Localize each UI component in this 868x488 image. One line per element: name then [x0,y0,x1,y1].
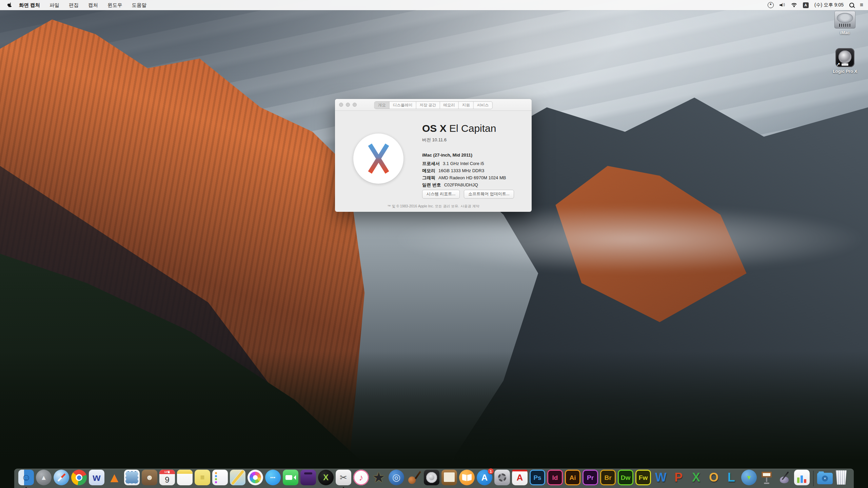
dock-calendar[interactable]: 12월9 [159,470,175,487]
stickies-icon: ≡ [195,470,210,485]
dock-toast-titanium[interactable] [300,470,316,487]
dock-vlc[interactable]: ▲ [106,470,122,487]
acrobat-reader-glyph: A [517,473,523,482]
os-title-light: El Capitan [447,123,496,134]
menubar-app-name[interactable]: 화면 캡처 [19,2,40,8]
about-button-1[interactable]: 소프트웨어 업데이트... [464,190,514,199]
excel-glyph: X [692,471,700,484]
about-tab-0[interactable]: 개요 [375,102,390,109]
close-button[interactable] [339,103,343,107]
about-tab-2[interactable]: 저장 공간 [416,102,440,109]
dock-messages[interactable]: ••• [265,470,281,487]
dock-outlook[interactable]: O [706,470,722,487]
dock-reminders[interactable] [212,470,228,487]
spec-label: 프로세서 [422,161,440,167]
apple-menu-icon[interactable] [7,2,12,8]
menubar-menu-1[interactable]: 편집 [69,2,79,8]
dock-ibooks[interactable] [459,470,475,487]
dock-acrobat-reader[interactable]: A [512,470,528,487]
dock-excel[interactable]: X [688,470,704,487]
dock-notes[interactable] [177,470,193,487]
dock-numbers[interactable] [794,470,810,487]
dock-maps[interactable] [230,470,245,487]
dock-garageband[interactable] [406,470,422,487]
indesign-glyph: Id [552,474,558,481]
minimize-button[interactable] [346,103,350,107]
zoom-button[interactable] [353,103,357,107]
dock-stickies[interactable]: ≡ [195,470,210,487]
dock-bridge[interactable]: Br [600,470,616,487]
chrome-icon [71,470,87,485]
wifi-icon[interactable] [791,3,797,7]
outlook-icon: O [706,470,722,485]
desktop-icon-imac-drive[interactable]: iMac [830,11,860,35]
dock-trash[interactable] [835,470,850,487]
dock-app-store[interactable]: A1 [477,470,492,487]
dock-fireworks[interactable]: Fw [635,470,651,487]
notification-center-icon[interactable]: ≡ [860,2,863,8]
about-tab-4[interactable]: 지원 [459,102,474,109]
mac-model: iMac (27-inch, Mid 2011) [422,152,472,158]
dock-safari[interactable] [54,470,69,487]
about-tab-1[interactable]: 디스플레이 [390,102,416,109]
desktop-icon-logic-pro-x[interactable]: ↗ Logic Pro X [830,48,860,74]
dock-illustrator[interactable]: Ai [565,470,580,487]
dock-photoshop[interactable]: Ps [530,470,545,487]
dock-idvd[interactable]: ◎ [389,470,404,487]
dock-pages[interactable] [776,470,792,487]
dock-mail[interactable] [124,470,140,487]
window-titlebar[interactable]: 개요디스플레이저장 공간메모리지원서비스 [335,99,532,111]
xee-icon: X [318,470,334,485]
os-title-bold: OS X [422,123,447,134]
dock-dreamweaver[interactable]: Dw [618,470,633,487]
dock-premiere-pro[interactable]: Pr [583,470,598,487]
about-tab-5[interactable]: 서비스 [474,102,492,109]
dock-contacts[interactable]: ☻ [142,470,157,487]
dock-lync[interactable]: L [724,470,739,487]
dock-webhard[interactable]: w [89,470,104,487]
dock-powerpoint[interactable]: P [671,470,686,487]
calendar-icon: 12월9 [159,470,175,485]
dock-xee[interactable]: X [318,470,334,487]
dock-keynote[interactable] [759,470,774,487]
license-link[interactable]: 사용권 계약 [460,204,479,208]
wallpaper-forest-bottom [0,351,868,488]
spec-value: AMD Radeon HD 6970M 1024 MB [438,175,506,180]
os-version: 버전 10.11.6 [422,137,447,143]
volume-icon[interactable] [780,3,785,7]
dock-indesign[interactable]: Id [547,470,563,487]
system-preferences-icon [494,470,510,485]
dock-imovie[interactable]: ★ [371,470,387,487]
traffic-lights [339,103,357,107]
dock-logic-pro-x[interactable] [424,470,439,487]
dock-itunes[interactable]: ♪ [353,470,369,487]
dock-grab-screen-capture[interactable]: ✂ [336,470,351,487]
dock-downloads-folder[interactable]: ▼ [817,470,833,487]
rem-dot [215,475,217,477]
dock-separator [813,471,814,486]
outlook-glyph: O [709,471,718,484]
input-source-badge[interactable]: A [803,2,809,8]
dock-system-preferences[interactable] [494,470,510,487]
dock-finder[interactable]: ☺ [18,470,34,487]
about-button-0[interactable]: 시스템 리포트... [422,190,460,199]
fireworks-icon: Fw [635,470,651,485]
dock-word[interactable]: W [653,470,669,487]
dock-iweb[interactable] [441,470,457,487]
dock-download-manager[interactable]: ▼ [741,470,757,487]
stamp-inner [125,471,138,484]
about-tab-3[interactable]: 메모리 [440,102,459,109]
spotlight-icon[interactable] [849,3,854,7]
menubar-menu-4[interactable]: 도움말 [132,2,147,8]
menubar-clock[interactable]: (수) 오후 9:05 [814,2,844,8]
dock-photos[interactable] [248,470,263,487]
menubar-menu-3[interactable]: 윈도우 [107,2,122,8]
dock-facetime[interactable] [283,470,298,487]
dock-launchpad[interactable]: ▲ [36,470,52,487]
dock-chrome[interactable] [71,470,87,487]
menubar-menu-2[interactable]: 캡처 [88,2,98,8]
menubar-menu-0[interactable]: 파일 [50,2,59,8]
contacts-glyph: ☻ [145,474,153,481]
screen-capture-status-icon[interactable]: * [768,2,774,8]
downloads-folder-icon: ▼ [817,473,833,484]
